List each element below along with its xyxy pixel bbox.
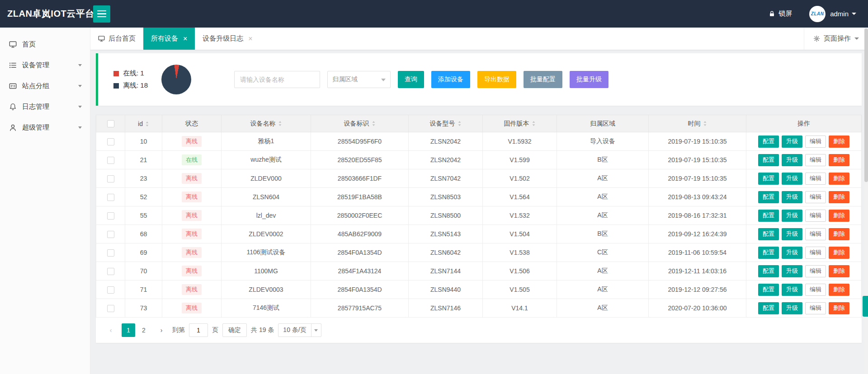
delete-button[interactable]: 删除 <box>829 154 849 166</box>
edit-button[interactable]: 编辑 <box>805 265 826 277</box>
row-checkbox[interactable] <box>107 268 114 275</box>
delete-button[interactable]: 删除 <box>829 136 849 148</box>
column-header-device-name[interactable]: 设备名称 <box>222 115 311 132</box>
lock-screen-button[interactable]: 锁屏 <box>769 9 792 18</box>
upgrade-button[interactable]: 升级 <box>782 247 802 259</box>
sidebar-item-device-management[interactable]: 设备管理 <box>0 55 90 75</box>
batch-upgrade-button[interactable]: 批量升级 <box>570 71 609 88</box>
config-button[interactable]: 配置 <box>758 302 779 314</box>
page-button-1[interactable]: 1 <box>122 323 135 337</box>
offline-count-label: 离线: 18 <box>123 81 148 90</box>
edit-button[interactable]: 编辑 <box>805 302 826 314</box>
upgrade-button[interactable]: 升级 <box>782 154 802 166</box>
upgrade-button[interactable]: 升级 <box>782 136 802 148</box>
row-checkbox[interactable] <box>107 138 114 145</box>
device-name-input[interactable] <box>234 71 320 88</box>
column-header-time[interactable]: 时间 <box>649 115 746 132</box>
close-icon[interactable]: × <box>183 35 187 42</box>
delete-button[interactable]: 删除 <box>829 228 849 240</box>
delete-button[interactable]: 删除 <box>829 284 849 296</box>
row-checkbox[interactable] <box>107 231 114 238</box>
cell-firmware-version: V1.532 <box>483 206 557 225</box>
next-page-button[interactable]: › <box>155 323 168 337</box>
user-menu[interactable]: admin <box>830 10 856 18</box>
edit-button[interactable]: 编辑 <box>805 173 826 185</box>
row-checkbox[interactable] <box>107 286 114 294</box>
username: admin <box>830 10 849 18</box>
upgrade-button[interactable]: 升级 <box>782 228 802 240</box>
cell-firmware-version: V14.1 <box>483 299 557 318</box>
goto-page-input[interactable] <box>189 323 208 337</box>
menu-toggle-button[interactable] <box>93 5 110 23</box>
config-button[interactable]: 配置 <box>758 173 779 185</box>
config-button[interactable]: 配置 <box>758 210 779 222</box>
tab-device-upgrade-log[interactable]: 设备升级日志× <box>195 28 260 50</box>
cell-firmware-version: V1.5932 <box>483 132 557 151</box>
add-device-button[interactable]: 添加设备 <box>431 71 470 88</box>
row-checkbox[interactable] <box>107 175 114 182</box>
gear-icon <box>813 35 820 42</box>
row-checkbox[interactable] <box>107 249 114 257</box>
edit-button[interactable]: 编辑 <box>805 210 826 222</box>
search-button[interactable]: 查询 <box>398 71 424 88</box>
side-toolbar-button[interactable] <box>863 296 868 317</box>
page-operations-dropdown[interactable]: 页面操作 <box>804 28 868 50</box>
scrollbar[interactable] <box>864 28 868 374</box>
upgrade-button[interactable]: 升级 <box>782 173 802 185</box>
sidebar-item-home[interactable]: 首页 <box>0 34 90 55</box>
edit-button[interactable]: 编辑 <box>805 154 826 166</box>
scrollbar-thumb[interactable] <box>864 28 868 182</box>
export-data-button[interactable]: 导出数据 <box>477 71 516 88</box>
column-header-device-model[interactable]: 设备型号 <box>409 115 483 132</box>
chevron-down-icon <box>78 126 82 129</box>
cell-device-ident: 28520ED55F85 <box>311 151 409 169</box>
row-checkbox[interactable] <box>107 212 114 220</box>
edit-button[interactable]: 编辑 <box>805 191 826 203</box>
tab-backend-home[interactable]: 后台首页 <box>90 28 143 50</box>
config-button[interactable]: 配置 <box>758 284 779 296</box>
upgrade-button[interactable]: 升级 <box>782 265 802 277</box>
cell-device-name: ZLDEV0002 <box>222 225 311 243</box>
column-header-id[interactable]: id <box>125 115 162 132</box>
row-checkbox[interactable] <box>107 305 114 312</box>
config-button[interactable]: 配置 <box>758 191 779 203</box>
page-button-2[interactable]: 2 <box>137 323 151 337</box>
sidebar-item-super-management[interactable]: 超级管理 <box>0 117 90 138</box>
sidebar-item-log-management[interactable]: 日志管理 <box>0 96 90 117</box>
confirm-button[interactable]: 确定 <box>222 323 247 337</box>
row-checkbox[interactable] <box>107 194 114 201</box>
upgrade-button[interactable]: 升级 <box>782 302 802 314</box>
delete-button[interactable]: 删除 <box>829 302 849 314</box>
config-button[interactable]: 配置 <box>758 247 779 259</box>
batch-config-button[interactable]: 批量配置 <box>524 71 562 88</box>
delete-button[interactable]: 删除 <box>829 173 849 185</box>
delete-button[interactable]: 删除 <box>829 191 849 203</box>
prev-page-button[interactable]: ‹ <box>104 323 118 337</box>
config-button[interactable]: 配置 <box>758 228 779 240</box>
select-all-checkbox[interactable] <box>107 120 114 127</box>
edit-button[interactable]: 编辑 <box>805 228 826 240</box>
delete-button[interactable]: 删除 <box>829 247 849 259</box>
upgrade-button[interactable]: 升级 <box>782 284 802 296</box>
upgrade-button[interactable]: 升级 <box>782 191 802 203</box>
delete-button[interactable]: 删除 <box>829 265 849 277</box>
edit-button[interactable]: 编辑 <box>805 284 826 296</box>
row-checkbox[interactable] <box>107 157 114 164</box>
table-row: 23离线ZLDEV00028503666F1DFZLSN7042V1.502A区… <box>96 169 862 188</box>
edit-button[interactable]: 编辑 <box>805 247 826 259</box>
column-header-firmware-version[interactable]: 固件版本 <box>483 115 557 132</box>
delete-button[interactable]: 删除 <box>829 210 849 222</box>
edit-button[interactable]: 编辑 <box>805 136 826 148</box>
table-body: 10离线雅杨128554D95F6F0ZLSN2042V1.5932导入设备20… <box>96 132 862 318</box>
tab-all-devices[interactable]: 所有设备× <box>143 28 195 50</box>
config-button[interactable]: 配置 <box>758 265 779 277</box>
page-size-select[interactable]: 10 条/页 <box>278 323 321 337</box>
column-header-device-ident[interactable]: 设备标识 <box>311 115 409 132</box>
config-button[interactable]: 配置 <box>758 136 779 148</box>
upgrade-button[interactable]: 升级 <box>782 210 802 222</box>
close-icon[interactable]: × <box>248 35 252 42</box>
config-button[interactable]: 配置 <box>758 154 779 166</box>
cell-region: B区 <box>557 225 649 243</box>
region-select[interactable]: 归属区域 <box>327 71 391 88</box>
sidebar-item-site-grouping[interactable]: 站点分组 <box>0 75 90 96</box>
